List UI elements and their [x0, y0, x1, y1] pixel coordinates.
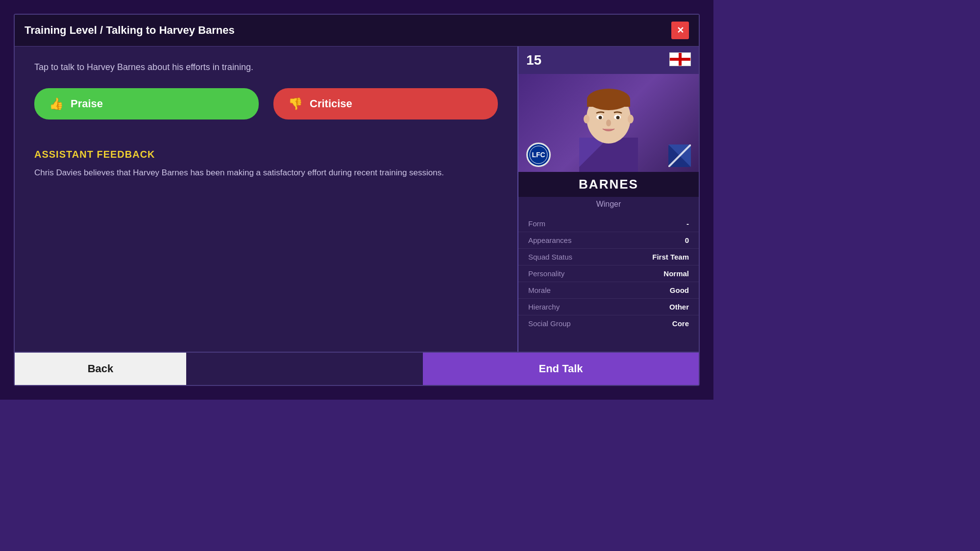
svg-point-12	[628, 115, 634, 123]
form-value: -	[686, 219, 689, 228]
assistant-feedback-section: ASSISTANT FEEDBACK Chris Davies believes…	[34, 149, 498, 179]
social-group-value: Core	[672, 319, 689, 328]
action-buttons: 👍 Praise 👎 Criticise	[34, 88, 498, 120]
personality-label: Personality	[528, 269, 564, 278]
svg-point-10	[606, 120, 611, 126]
hierarchy-value: Other	[669, 303, 689, 311]
form-label: Form	[528, 219, 545, 228]
modal-title: Training Level / Talking to Harvey Barne…	[24, 24, 235, 37]
svg-point-11	[584, 115, 589, 123]
stat-row-appearances: Appearances 0	[518, 232, 699, 249]
player-name-bar: BARNES	[518, 172, 699, 197]
morale-value: Good	[670, 286, 689, 294]
praise-button[interactable]: 👍 Praise	[34, 88, 259, 120]
modal-overlay: Training Level / Talking to Harvey Barne…	[0, 0, 713, 400]
player-position: Winger	[518, 197, 699, 212]
modal-dialog: Training Level / Talking to Harvey Barne…	[14, 14, 700, 386]
thumbs-up-icon: 👍	[49, 97, 64, 111]
club-badge: LFC	[526, 143, 551, 167]
morale-label: Morale	[528, 286, 551, 294]
appearances-label: Appearances	[528, 236, 571, 244]
end-talk-button[interactable]: End Talk	[423, 353, 699, 385]
appearances-value: 0	[685, 236, 689, 244]
kit-svg	[668, 144, 691, 167]
criticise-button[interactable]: 👎 Criticise	[273, 88, 498, 120]
stat-row-morale: Morale Good	[518, 282, 699, 299]
svg-point-8	[599, 116, 602, 120]
player-image-area: LFC	[518, 74, 699, 172]
player-card: 15	[518, 47, 699, 352]
stat-row-squad-status: Squad Status First Team	[518, 249, 699, 265]
player-number: 15	[526, 52, 541, 68]
right-panel: 15	[517, 47, 699, 352]
modal-body: Tap to talk to Harvey Barnes about his e…	[15, 47, 699, 352]
squad-status-value: First Team	[652, 253, 689, 261]
description-text: Tap to talk to Harvey Barnes about his e…	[34, 61, 498, 73]
svg-point-9	[616, 116, 620, 120]
modal-footer: Back End Talk	[15, 352, 699, 385]
social-group-label: Social Group	[528, 319, 571, 328]
close-button[interactable]: ✕	[671, 22, 689, 39]
modal-header: Training Level / Talking to Harvey Barne…	[15, 15, 699, 47]
personality-value: Normal	[663, 269, 689, 278]
card-header: 15	[518, 47, 699, 74]
stat-row-form: Form -	[518, 216, 699, 232]
praise-label: Praise	[71, 97, 103, 110]
player-name: BARNES	[579, 177, 638, 192]
criticise-label: Criticise	[310, 97, 352, 110]
squad-status-label: Squad Status	[528, 253, 572, 261]
svg-rect-5	[587, 99, 630, 107]
footer-spacer	[186, 353, 423, 385]
svg-text:LFC: LFC	[532, 151, 545, 159]
club-badge-svg: LFC	[527, 144, 550, 166]
player-stats: Form - Appearances 0 Squad Status First …	[518, 212, 699, 352]
thumbs-down-icon: 👎	[288, 97, 303, 111]
assistant-feedback-text: Chris Davies believes that Harvey Barnes…	[34, 166, 498, 179]
left-panel: Tap to talk to Harvey Barnes about his e…	[15, 47, 517, 352]
back-button[interactable]: Back	[15, 353, 186, 385]
stat-row-personality: Personality Normal	[518, 265, 699, 282]
stat-row-social-group: Social Group Core	[518, 315, 699, 332]
england-flag-icon	[669, 52, 691, 66]
assistant-feedback-title: ASSISTANT FEEDBACK	[34, 149, 498, 160]
stat-row-hierarchy: Hierarchy Other	[518, 299, 699, 315]
hierarchy-label: Hierarchy	[528, 303, 560, 311]
kit-icon	[668, 144, 691, 167]
